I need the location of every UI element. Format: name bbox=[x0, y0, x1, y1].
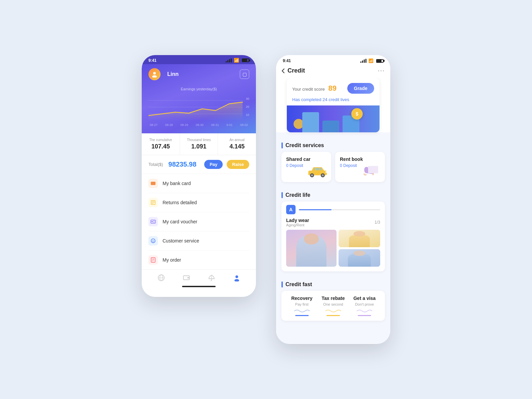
bottom-nav bbox=[142, 269, 256, 284]
grade-button[interactable]: Grade bbox=[347, 83, 374, 94]
svg-rect-38 bbox=[368, 166, 378, 173]
chart-label: Earnings yesterday($) bbox=[148, 87, 249, 91]
fast-item-visa[interactable]: Get a visa Don't prove bbox=[349, 296, 380, 316]
raise-button[interactable]: Raise bbox=[227, 160, 249, 169]
svg-point-30 bbox=[234, 279, 239, 281]
menu-returns-label: Returns detailed bbox=[163, 200, 197, 205]
fast-tax-sub: One second bbox=[317, 302, 349, 306]
nav-user[interactable] bbox=[233, 274, 241, 282]
svg-point-17 bbox=[152, 240, 153, 241]
progress-bar bbox=[299, 209, 380, 210]
book-image bbox=[360, 161, 382, 179]
signal-icon bbox=[226, 58, 232, 62]
order-icon bbox=[148, 255, 158, 265]
fast-recovery-sub: Pay first bbox=[286, 302, 317, 306]
menu-item-customer-service[interactable]: Customer service bbox=[148, 231, 249, 251]
credit-fast-row: Recovery Pay first bbox=[286, 296, 380, 316]
more-button[interactable]: ··· bbox=[378, 67, 385, 74]
list-icon bbox=[148, 198, 158, 207]
back-arrow-icon bbox=[281, 68, 285, 74]
header-section: Linn ▢ Earnings yesterday($) bbox=[142, 64, 256, 133]
credit-score-section: Your credit score 89 Grade Has completed… bbox=[276, 78, 390, 132]
avatar bbox=[148, 68, 161, 80]
credit-life-title: Credit life bbox=[285, 192, 310, 198]
credit-life-card-header: A bbox=[281, 202, 385, 218]
credit-fast-card-container: Recovery Pay first bbox=[276, 291, 390, 326]
wifi-icon-right: 📶 bbox=[368, 58, 373, 63]
lady-side-images bbox=[339, 230, 380, 267]
user-name: Linn bbox=[167, 71, 179, 77]
total-value: 98235.98 bbox=[168, 161, 200, 168]
fast-tax-name: Tax rebate bbox=[317, 296, 349, 301]
lady-wear-images bbox=[281, 230, 385, 271]
svg-point-18 bbox=[153, 240, 154, 241]
progress-fill bbox=[299, 209, 331, 210]
credit-services-row: Shared car 0 Deposit bbox=[276, 152, 390, 187]
user-name-row: Linn bbox=[148, 68, 179, 80]
credit-fast-title: Credit fast bbox=[285, 281, 312, 287]
lady-wear-row: Lady wear Aging/Rent 1/3 bbox=[281, 218, 385, 230]
menu-item-returns[interactable]: Returns detailed bbox=[148, 193, 249, 212]
svg-point-16 bbox=[151, 239, 155, 243]
credit-services-section: Credit services Shared car 0 Deposit bbox=[276, 138, 390, 187]
credit-life-card-container: A Lady wear Aging/Rent 1/3 bbox=[276, 202, 390, 277]
user-row: Linn ▢ bbox=[148, 68, 249, 80]
signal-icon-right bbox=[360, 59, 366, 63]
message-icon[interactable]: ▢ bbox=[240, 70, 249, 79]
lady-main-image bbox=[286, 230, 337, 267]
nav-wallet[interactable] bbox=[182, 274, 190, 282]
car-image bbox=[307, 165, 328, 179]
credit-score-label: Your credit score bbox=[292, 87, 325, 92]
menu-item-voucher[interactable]: My card voucher bbox=[148, 212, 249, 231]
credit-fast-header: Credit fast bbox=[276, 277, 390, 291]
svg-point-1 bbox=[152, 75, 157, 78]
menu-item-bank-card[interactable]: My bank card bbox=[148, 174, 249, 193]
lady-wear-subtitle: Aging/Rent bbox=[286, 223, 309, 227]
credit-score-card: Your credit score 89 Grade Has completed… bbox=[287, 78, 380, 132]
credit-nav-header: Credit ··· bbox=[276, 65, 390, 78]
credit-services-header: Credit services bbox=[276, 138, 390, 152]
back-button[interactable]: Credit bbox=[281, 67, 305, 74]
menu-item-order[interactable]: My order bbox=[148, 251, 249, 269]
service-card-car[interactable]: Shared car 0 Deposit bbox=[281, 152, 331, 182]
credit-score-info: Your credit score 89 bbox=[292, 84, 337, 93]
fast-visa-name: Get a visa bbox=[349, 296, 380, 301]
svg-rect-7 bbox=[151, 183, 156, 184]
menu-voucher-label: My card voucher bbox=[163, 219, 197, 224]
pay-button[interactable]: Pay bbox=[204, 160, 223, 169]
visa-wave bbox=[356, 308, 373, 312]
fast-item-tax[interactable]: Tax rebate One second bbox=[317, 296, 349, 316]
section-bar-life bbox=[281, 192, 283, 198]
card-icon bbox=[148, 179, 158, 188]
section-bar-fast bbox=[281, 281, 283, 287]
avatar-icon bbox=[151, 71, 158, 78]
nav-globe[interactable] bbox=[157, 274, 165, 282]
fast-item-recovery[interactable]: Recovery Pay first bbox=[286, 296, 317, 316]
user-icon bbox=[233, 274, 241, 282]
status-icons-right: 📶 bbox=[360, 58, 384, 63]
lady-wear-page: 1/3 bbox=[374, 220, 380, 225]
stat-cumulative-label: The cumulative bbox=[144, 138, 177, 142]
menu-list: My bank card Returns detailed bbox=[142, 174, 256, 269]
svg-point-36 bbox=[325, 171, 327, 173]
banner-coin: $ bbox=[351, 108, 363, 120]
banner-block-3 bbox=[302, 112, 319, 132]
stat-annual-value: 4.145 bbox=[221, 143, 253, 150]
stat-cumulative-value: 107.45 bbox=[144, 143, 177, 150]
wifi-icon: 📶 bbox=[234, 58, 239, 63]
svg-point-0 bbox=[153, 72, 156, 75]
car-svg bbox=[307, 165, 328, 178]
earnings-chart bbox=[148, 94, 249, 121]
svg-point-29 bbox=[235, 275, 238, 278]
status-bar-right: 9:41 📶 bbox=[276, 55, 390, 65]
credit-life-header: Credit life bbox=[276, 187, 390, 202]
nav-umbrella[interactable] bbox=[208, 274, 216, 282]
tax-wave bbox=[325, 308, 342, 312]
lady-wear-title: Lady wear bbox=[286, 218, 309, 223]
status-bar-left: 9:41 📶 bbox=[142, 55, 256, 64]
fast-visa-bar bbox=[358, 315, 371, 316]
svg-marker-5 bbox=[148, 102, 242, 121]
credit-life-card: A Lady wear Aging/Rent 1/3 bbox=[281, 202, 385, 271]
service-card-book[interactable]: Rent book 0 Deposit bbox=[335, 152, 385, 182]
book-svg bbox=[360, 161, 382, 178]
